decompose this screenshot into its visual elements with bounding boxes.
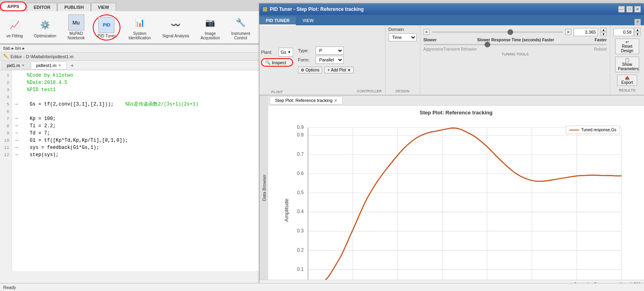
slider-nav-row: « » ▲ ▼: [424, 28, 607, 36]
code-line-11: — sys = feedback(G1*Gs,1);: [15, 144, 257, 151]
ln-4: 4: [2, 94, 9, 101]
show-params-icon: 📋: [625, 58, 630, 62]
image-acq-icon: 📷: [202, 14, 218, 31]
second-slider-handle[interactable]: [485, 42, 490, 47]
slider-right-btn[interactable]: »: [565, 29, 572, 35]
slider-down-btn[interactable]: ▼: [600, 32, 607, 36]
aggressive-label: AggressiveTransient Behavior: [424, 47, 477, 51]
tab-editor[interactable]: EDITOR: [27, 3, 57, 11]
app-pid-tuner[interactable]: PID PID Tuner: [93, 14, 120, 41]
pid-tab-tuner[interactable]: PID TUNER: [259, 16, 296, 25]
app-optimization[interactable]: ⚙️ Optimization: [31, 15, 60, 40]
code-comment-1: %Code by kilotwo: [15, 73, 73, 78]
add-plot-button[interactable]: + Add Plot ▼: [324, 67, 354, 73]
image-acq-label: ImageAcquisition: [200, 31, 220, 40]
slider-handle[interactable]: [507, 29, 513, 35]
ln-12: 12: [2, 151, 9, 159]
plant-select[interactable]: Gs ▼: [279, 48, 293, 57]
plot-tabs: Step Plot: Reference tracking ✕: [268, 96, 644, 106]
step-plot-chart: .grid-line { stroke: #ddd; stroke-width:…: [272, 119, 640, 280]
editor-tab-add[interactable]: +: [67, 61, 77, 70]
minimize-button[interactable]: —: [618, 6, 625, 12]
curve-fitting-icon: 📈: [6, 17, 22, 33]
plant-row: Plant: Gs ▼: [261, 48, 293, 57]
results-up-btn[interactable]: ▲: [634, 28, 641, 32]
export-icon: 📤: [625, 76, 630, 80]
code-line-6: [15, 108, 257, 115]
pid-titlebar: ⊞ PID Tuner - Step Plot: Reference track…: [259, 4, 644, 15]
ln-11: 11: [2, 144, 9, 151]
tab-view[interactable]: VIEW: [91, 3, 116, 11]
editor-icon: ✏️: [3, 54, 9, 59]
slider-track: [432, 31, 562, 33]
app-system-id[interactable]: 📊 SystemIdentification: [125, 13, 154, 42]
tab-apps[interactable]: APPS: [0, 2, 26, 11]
app-image-acq[interactable]: 📷 ImageAcquisition: [197, 13, 223, 42]
show-parameters-button[interactable]: 📋 ShowParameters: [615, 57, 639, 72]
plant-section-wrapper: Plant: Gs ▼ 🔍 Inspect PLANT: [259, 25, 295, 95]
ln-5: 5: [2, 101, 9, 108]
svg-text:0.1: 0.1: [297, 267, 304, 272]
slider-left-btn[interactable]: «: [424, 29, 430, 35]
svg-text:0.2: 0.2: [297, 247, 304, 253]
ln-7: 7: [2, 115, 9, 122]
app-signal-analysis[interactable]: 〰️ Signal Analysis: [159, 15, 192, 40]
options-button[interactable]: ⚙ Options: [298, 67, 322, 73]
optimization-icon: ⚙️: [37, 17, 53, 33]
editor-tab-pidtest1[interactable]: pidtest1.m ✕: [31, 61, 67, 69]
app-mupad[interactable]: Mu MuPADNotebook: [64, 13, 88, 42]
pid-content: Data Browser Step Plot: Reference tracki…: [259, 96, 644, 280]
results-down-btn[interactable]: ▼: [634, 32, 641, 36]
system-id-label: SystemIdentification: [128, 31, 151, 40]
code-line-4: [15, 94, 257, 101]
response-labels: Slower Slower Response Time (seconds) Fa…: [424, 38, 607, 42]
tab-publish[interactable]: PUBLISH: [57, 3, 90, 11]
editor-tab-pid1[interactable]: pid1.m ✕: [2, 61, 30, 69]
app-instrument[interactable]: 🔧 InstrumentControl: [228, 13, 253, 42]
slider-value-input[interactable]: [574, 28, 598, 36]
code-line-3: %PID test1: [15, 86, 257, 94]
pid-ribbon-content: Plant: Gs ▼ 🔍 Inspect PLANT: [259, 25, 644, 96]
svg-text:0.7: 0.7: [297, 151, 304, 157]
close-button[interactable]: ✕: [634, 6, 641, 12]
form-select[interactable]: Parallel: [316, 56, 344, 64]
form-row: Form: Parallel: [298, 56, 354, 64]
code-line-7: — Kp = 100;: [15, 115, 257, 122]
export-button[interactable]: 📤 Export: [617, 75, 637, 86]
tuning-tools-label: TUNING TOOLS: [424, 52, 607, 56]
matlab-window: APPS EDITOR PUBLISH VIEW 📈 ve Fitting ⚙️…: [0, 0, 644, 291]
pid-tab-view[interactable]: VIEW: [296, 16, 320, 25]
legend-line: [569, 130, 579, 130]
add-plot-icon: +: [327, 68, 330, 72]
data-browser-tab[interactable]: Data Browser: [259, 96, 268, 280]
ln-8: 8: [2, 122, 9, 130]
pid-tuner-icon: PID: [98, 17, 114, 33]
tab-pidtest1-close[interactable]: ✕: [58, 63, 61, 67]
optimization-label: Optimization: [34, 34, 57, 38]
plot-tab-step[interactable]: Step Plot: Reference tracking ✕: [270, 96, 342, 104]
domain-select[interactable]: Time: [389, 33, 417, 41]
svg-text:0.8: 0.8: [297, 132, 304, 138]
code-content[interactable]: %Code by kilotwo %Date:2018.4.5 %PID tes…: [12, 70, 260, 271]
pid-title: ⊞ PID Tuner - Step Plot: Reference track…: [263, 6, 364, 12]
tab-pid1-close[interactable]: ✕: [22, 63, 25, 67]
results-value-input[interactable]: [613, 28, 634, 36]
pid-tuner-label: PID Tuner: [98, 34, 116, 38]
type-select[interactable]: P: [316, 47, 344, 55]
plot-area: Step Plot: Reference tracking ✕ Step Plo…: [268, 96, 644, 280]
pid-title-text: PID Tuner - Step Plot: Reference trackin…: [270, 6, 364, 12]
tab-pid1-label: pid1.m: [7, 63, 20, 68]
dash-9: —: [15, 130, 30, 136]
help-icon[interactable]: ?: [634, 19, 641, 25]
plant-controls: Plant: Gs ▼ 🔍 Inspect: [261, 48, 293, 67]
slider-up-btn[interactable]: ▲: [600, 28, 607, 32]
restore-button[interactable]: □: [626, 6, 633, 12]
reset-design-button[interactable]: ↩ ResetDesign: [615, 39, 639, 54]
inspect-button[interactable]: 🔍 Inspect: [261, 58, 293, 67]
form-label: Form:: [298, 57, 314, 62]
plot-tab-close[interactable]: ✕: [334, 98, 337, 103]
plant-section-label: PLANT: [269, 89, 284, 95]
controller-section: Type: P Form: Parallel ⚙: [295, 25, 385, 95]
slider-container: [432, 31, 562, 33]
app-curve-fitting[interactable]: 📈 ve Fitting: [3, 15, 26, 40]
